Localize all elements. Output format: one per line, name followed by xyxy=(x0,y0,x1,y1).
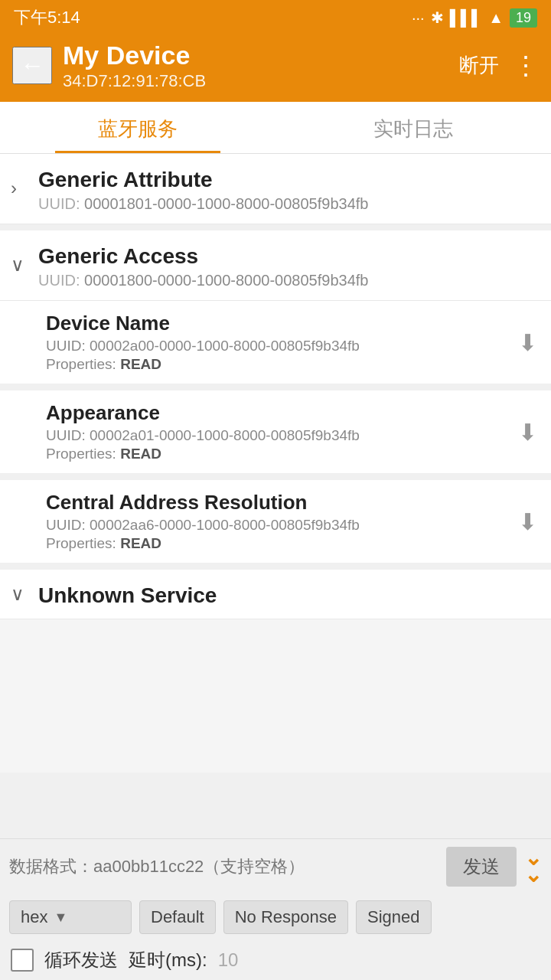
char-name-appearance: Appearance xyxy=(46,401,536,425)
device-title: My Device xyxy=(63,40,448,71)
prop-value-appearance: READ xyxy=(120,446,161,462)
uuid-label-1: UUID: xyxy=(38,272,80,289)
tab-realtime-log[interactable]: 实时日志 xyxy=(276,102,551,153)
char-name-central-address: Central Address Resolution xyxy=(46,491,536,514)
properties-label-2: Properties: xyxy=(46,535,116,551)
properties-label-0: Properties: xyxy=(46,356,116,372)
tab-bar: 蓝牙服务 实时日志 xyxy=(0,102,551,154)
uuid-value-generic-access: 00001800-0000-1000-8000-00805f9b34fb xyxy=(84,272,368,289)
back-button[interactable]: ← xyxy=(12,47,52,84)
no-response-option-button[interactable]: No Response xyxy=(223,900,348,934)
service-name-generic-access: Generic Access xyxy=(38,244,536,269)
expand-button[interactable]: ⌄⌄ xyxy=(524,850,542,884)
uuid-value-appearance: 00002a01-0000-1000-8000-00805f9b34fb xyxy=(90,427,360,443)
char-props-appearance: Properties: READ xyxy=(46,446,536,462)
loop-label: 循环发送 xyxy=(44,948,118,972)
chevron-down-icon-unknown: ∨ xyxy=(11,583,24,605)
signal-bars-icon: ▌▌▌ xyxy=(450,9,483,27)
data-input-row: 发送 ⌄⌄ xyxy=(0,839,551,894)
more-menu-button[interactable]: ⋮ xyxy=(513,52,539,78)
prop-value-central-address: READ xyxy=(120,535,161,551)
uuid-value-generic-attribute: 00001801-0000-1000-8000-00805f9b34fb xyxy=(84,195,368,212)
format-arrow-icon: ▼ xyxy=(54,910,67,926)
char-props-central-address: Properties: READ xyxy=(46,535,536,552)
disconnect-button[interactable]: 断开 xyxy=(459,52,499,79)
uuid-label-0: UUID: xyxy=(38,195,80,212)
device-address: 34:D7:12:91:78:CB xyxy=(63,71,448,91)
read-appearance-button[interactable]: ⬇ xyxy=(518,418,537,445)
service-name-unknown: Unknown Service xyxy=(38,583,536,608)
properties-label-1: Properties: xyxy=(46,446,116,462)
app-header: ← My Device 34:D7:12:91:78:CB 断开 ⋮ xyxy=(0,32,551,102)
format-value: hex xyxy=(21,907,47,927)
characteristic-central-address-resolution: ⬇ Central Address Resolution UUID: 00002… xyxy=(0,474,551,564)
char-uuid-appearance: UUID: 00002a01-0000-1000-8000-00805f9b34… xyxy=(46,427,536,444)
read-device-name-button[interactable]: ⬇ xyxy=(518,328,537,355)
battery-icon: 19 xyxy=(510,8,537,28)
uuid-value-device-name: 00002a00-0000-1000-8000-00805f9b34fb xyxy=(90,338,360,354)
status-bar: 下午5:14 ··· ✱ ▌▌▌ ▲ 19 xyxy=(0,0,551,32)
service-uuid-generic-access: UUID: 00001800-0000-1000-8000-00805f9b34… xyxy=(38,272,536,289)
status-time: 下午5:14 xyxy=(14,6,80,29)
bluetooth-icon: ✱ xyxy=(431,8,444,27)
header-title-block: My Device 34:D7:12:91:78:CB xyxy=(63,40,448,91)
chevron-down-icon: ∨ xyxy=(11,254,24,276)
bottom-panel: 发送 ⌄⌄ hex ▼ Default No Response Signed 循… xyxy=(0,838,551,980)
char-name-device-name: Device Name xyxy=(46,312,536,335)
status-icons: ··· ✱ ▌▌▌ ▲ 19 xyxy=(412,8,537,28)
chevron-right-icon: › xyxy=(11,178,17,199)
char-uuid-device-name: UUID: 00002a00-0000-1000-8000-00805f9b34… xyxy=(46,338,536,354)
loop-row: 循环发送 延时(ms): 10 xyxy=(0,940,551,980)
options-row: hex ▼ Default No Response Signed xyxy=(0,894,551,940)
send-button[interactable]: 发送 xyxy=(446,847,517,887)
service-generic-access[interactable]: ∨ Generic Access UUID: 00001800-0000-100… xyxy=(0,224,551,301)
read-central-address-button[interactable]: ⬇ xyxy=(518,508,537,534)
signal-dots-icon: ··· xyxy=(412,9,425,27)
loop-checkbox[interactable] xyxy=(11,949,34,972)
delay-label: 延时(ms): xyxy=(129,948,207,972)
prop-value-device-name: READ xyxy=(120,356,161,372)
main-content: › Generic Attribute UUID: 00001801-0000-… xyxy=(0,154,551,773)
service-generic-attribute[interactable]: › Generic Attribute UUID: 00001801-0000-… xyxy=(0,154,551,224)
service-uuid-generic-attribute: UUID: 00001801-0000-1000-8000-00805f9b34… xyxy=(38,195,536,213)
tab-bluetooth-services[interactable]: 蓝牙服务 xyxy=(0,102,276,153)
service-name-generic-attribute: Generic Attribute xyxy=(38,168,536,192)
data-input-field[interactable] xyxy=(9,854,439,880)
characteristic-device-name: ⬇ Device Name UUID: 00002a00-0000-1000-8… xyxy=(0,301,551,384)
characteristic-appearance: ⬇ Appearance UUID: 00002a01-0000-1000-80… xyxy=(0,384,551,474)
char-uuid-central-address: UUID: 00002aa6-0000-1000-8000-00805f9b34… xyxy=(46,517,536,534)
uuid-value-central-address: 00002aa6-0000-1000-8000-00805f9b34fb xyxy=(90,517,360,533)
format-selector[interactable]: hex ▼ xyxy=(9,900,132,934)
service-unknown[interactable]: ∨ Unknown Service xyxy=(0,564,551,619)
char-props-device-name: Properties: READ xyxy=(46,356,536,373)
default-option-button[interactable]: Default xyxy=(139,900,216,934)
header-actions: 断开 ⋮ xyxy=(459,52,539,79)
uuid-label-char-0: UUID: xyxy=(46,338,86,354)
wifi-icon: ▲ xyxy=(488,9,504,27)
uuid-label-char-2: UUID: xyxy=(46,517,86,533)
signed-option-button[interactable]: Signed xyxy=(356,900,432,934)
delay-value: 10 xyxy=(218,949,239,971)
uuid-label-char-1: UUID: xyxy=(46,427,86,443)
